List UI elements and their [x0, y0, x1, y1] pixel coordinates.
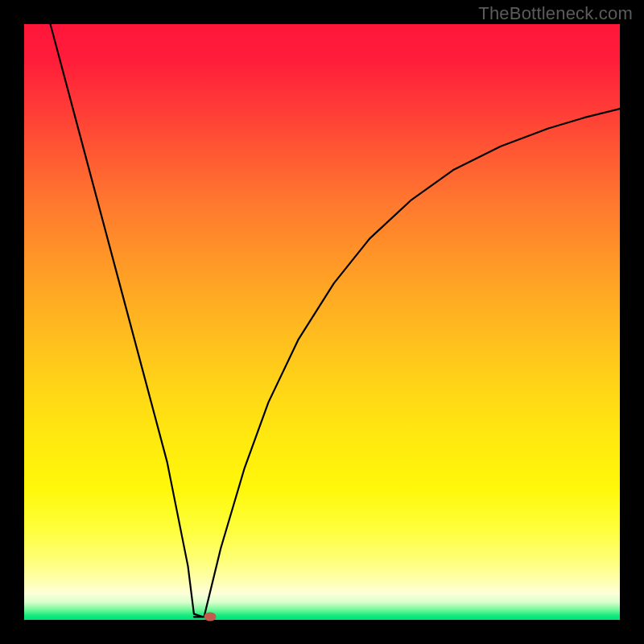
chart-container: TheBottleneck.com	[0, 0, 644, 644]
watermark-text: TheBottleneck.com	[478, 3, 633, 24]
optimal-point-marker	[204, 613, 216, 621]
bottleneck-curve	[24, 24, 620, 620]
